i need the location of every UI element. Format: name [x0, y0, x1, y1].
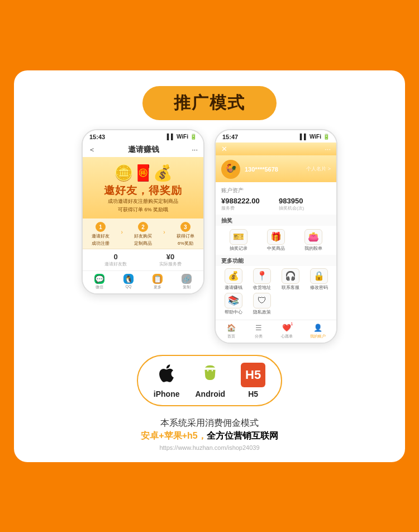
nav-qq[interactable]: 🐧 QQ — [123, 274, 134, 290]
phone2-nav-wishlist[interactable]: ❤️1 心愿单 — [281, 323, 293, 339]
stat1-label: 邀请好友数 — [104, 261, 127, 267]
address-label: 收货地址 — [253, 285, 271, 291]
phone1-back-icon[interactable]: ＜ — [88, 145, 96, 155]
apple-icon — [156, 363, 177, 387]
phone1-stats: 0 邀请好友数 ¥0 实际服务费 — [83, 249, 203, 270]
more-item-invite[interactable]: 💰 邀请赚钱 — [220, 268, 246, 291]
more-item-service[interactable]: 🎧 联系客服 — [277, 268, 303, 291]
phone1-status-bar: 15:43 ▌▌ WiFi 🔋 — [83, 130, 203, 142]
platform-android: Android — [196, 363, 226, 398]
lottery-item-2[interactable]: 🎁 中奖商品 — [267, 229, 285, 251]
address-icon: 📍 — [253, 268, 271, 284]
bottom-line2-orange: 安卓+苹果+h5， — [141, 431, 206, 440]
step1-num: 1 — [96, 222, 106, 232]
platform-badge: iPhone Android H5 H5 — [137, 355, 282, 406]
svg-point-1 — [212, 370, 213, 371]
avatar-emoji: 🐓 — [225, 163, 237, 175]
h5-label: H5 — [248, 390, 258, 398]
bottom-line2-black: 全方位营销互联网 — [207, 431, 278, 440]
password-icon: 🔒 — [310, 268, 328, 284]
service-label: 联系客服 — [282, 285, 299, 291]
step3: 3 获得订单 6%奖励 — [177, 222, 194, 246]
more-functions-grid: 💰 邀请赚钱 📍 收货地址 🎧 联系客服 🔒 修改密码 📚 帮助中 — [216, 266, 336, 317]
phone2-nav-category[interactable]: ☰ 分类 — [254, 323, 264, 339]
platform-iphone: iPhone — [154, 363, 180, 398]
phone1-steps: 1 邀请好友 成功注册 › 2 好友购买 定制商品 › 3 获得订单 6%奖励 — [83, 218, 203, 249]
help-label: 帮助中心 — [225, 310, 242, 315]
nav-more[interactable]: 📋 更多 — [153, 274, 163, 290]
phone2-status-icons: ▌▌ WiFi 🔋 — [300, 134, 330, 140]
nav-more-label: 更多 — [154, 284, 161, 290]
step3-line1: 获得订单 — [177, 233, 194, 239]
asset2: 983950 抽奖机会(次) — [279, 197, 331, 211]
lottery-record-icon: 🎫 — [230, 229, 247, 245]
wishlist-icon: ❤️1 — [282, 323, 292, 333]
help-icon: 📚 — [225, 293, 242, 308]
h5-text: H5 — [245, 368, 261, 382]
copy-icon: 🔗 — [182, 274, 192, 284]
title-badge: 推广模式 — [142, 86, 277, 120]
platform-h5: H5 H5 — [241, 363, 265, 398]
phone2-avatar: 🐓 — [221, 160, 240, 179]
nav-copy[interactable]: 🔗 复制 — [182, 274, 192, 290]
qq-icon: 🐧 — [123, 274, 134, 284]
lottery-item-3[interactable]: 👛 我的鞍单 — [304, 229, 322, 251]
assets-row: ¥988222.00 服务费 983950 抽奖机会(次) — [221, 197, 331, 211]
privacy-label: 隐私政策 — [253, 310, 271, 315]
stat2: ¥0 实际服务费 — [159, 253, 182, 267]
phone1-banner-icons: 🪙🧧💰 — [89, 164, 197, 182]
stat1-val: 0 — [104, 253, 127, 261]
step1-line1: 邀请好友 — [92, 233, 109, 239]
step2-line1: 好友购买 — [134, 233, 152, 239]
phone2-nav: 🏠 首页 ☰ 分类 ❤️1 心愿单 👤 我的账户 — [216, 320, 336, 343]
profile-nav-icon: 👤 — [313, 323, 323, 333]
phone1-status-icons: ▌▌ WiFi 🔋 — [167, 134, 197, 140]
home-icon: 🏠 — [226, 323, 236, 333]
asset1-label: 服务费 — [221, 205, 273, 211]
lottery-order-icon: 👛 — [304, 229, 322, 245]
more-item-privacy[interactable]: 🛡 隐私政策 — [249, 293, 275, 315]
more-item-help[interactable]: 📚 帮助中心 — [220, 293, 246, 315]
stat2-label: 实际服务费 — [159, 261, 182, 267]
svg-point-0 — [207, 370, 208, 371]
title-text: 推广模式 — [174, 93, 245, 112]
phone1-banner: 🪙🧧💰 邀好友，得奖励 成功邀请好友注册购买定制商品 可获得订单 6% 奖励哦 — [83, 157, 203, 219]
nav-wechat[interactable]: 💬 微信 — [94, 274, 104, 290]
asset1: ¥988222.00 服务费 — [221, 197, 273, 211]
invite-icon: 💰 — [225, 268, 242, 284]
phone1-mockup: 15:43 ▌▌ WiFi 🔋 ＜ 邀请赚钱 ··· 🪙🧧💰 邀好友，得奖励 成… — [82, 129, 204, 295]
phone2-close-icon[interactable]: ✕ — [221, 145, 227, 153]
lottery-grid: 🎫 抽奖记录 🎁 中奖商品 👛 我的鞍单 — [216, 226, 336, 255]
lottery-item-1[interactable]: 🎫 抽奖记录 — [230, 229, 247, 251]
step1: 1 邀请好友 成功注册 — [92, 222, 109, 246]
stat2-val: ¥0 — [159, 253, 182, 261]
phone2-profile: 🐓 130****5678 个人名片 > — [216, 155, 336, 182]
main-card: 推广模式 15:43 ▌▌ WiFi 🔋 ＜ 邀请赚钱 ··· 🪙🧧💰 邀好友，… — [14, 70, 405, 462]
more-item-address[interactable]: 📍 收货地址 — [249, 268, 275, 291]
step3-num: 3 — [180, 222, 191, 232]
phone1-more-icon[interactable]: ··· — [192, 145, 198, 154]
phones-row: 15:43 ▌▌ WiFi 🔋 ＜ 邀请赚钱 ··· 🪙🧧💰 邀好友，得奖励 成… — [27, 129, 392, 344]
phone2-nav-home[interactable]: 🏠 首页 — [226, 323, 236, 339]
phone2-more-icon[interactable]: ··· — [325, 145, 331, 153]
password-label: 修改密码 — [310, 285, 328, 291]
phone1-time: 15:43 — [89, 134, 105, 140]
phone2-status-bar: 15:47 ▌▌ WiFi 🔋 — [216, 130, 336, 142]
lottery-order-label: 我的鞍单 — [304, 246, 322, 251]
android-icon — [199, 363, 221, 387]
phone2-profile-link[interactable]: 个人名片 > — [306, 165, 331, 173]
step-arrow1: › — [121, 229, 122, 235]
lottery-win-icon: 🎁 — [267, 229, 285, 245]
invite-label: 邀请赚钱 — [225, 285, 242, 291]
step1-line2: 成功注册 — [92, 240, 109, 246]
stat1: 0 邀请好友数 — [104, 253, 127, 267]
category-icon: ☰ — [254, 323, 264, 333]
asset2-label: 抽奖机会(次) — [279, 205, 331, 211]
more-section-title: 更多功能 — [216, 255, 336, 266]
bottom-line1: 本系统采用消费佣金模式 — [141, 417, 278, 429]
phone2-nav-profile[interactable]: 👤 我的账户 — [310, 323, 326, 339]
wechat-icon: 💬 — [94, 274, 104, 284]
step2-line2: 定制商品 — [134, 240, 152, 246]
more-item-password[interactable]: 🔒 修改密码 — [306, 268, 332, 291]
assets-title: 账户资产 — [221, 187, 331, 194]
